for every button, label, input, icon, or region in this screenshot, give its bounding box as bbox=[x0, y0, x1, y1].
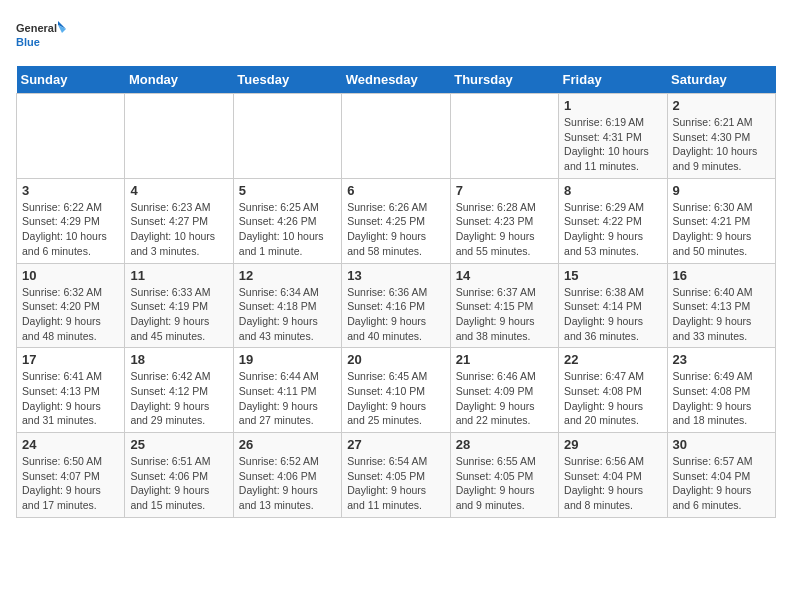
calendar-cell: 5Sunrise: 6:25 AM Sunset: 4:26 PM Daylig… bbox=[233, 178, 341, 263]
calendar-cell: 7Sunrise: 6:28 AM Sunset: 4:23 PM Daylig… bbox=[450, 178, 558, 263]
calendar-week-row: 10Sunrise: 6:32 AM Sunset: 4:20 PM Dayli… bbox=[17, 263, 776, 348]
day-number: 3 bbox=[22, 183, 119, 198]
calendar-cell: 15Sunrise: 6:38 AM Sunset: 4:14 PM Dayli… bbox=[559, 263, 667, 348]
calendar-cell: 25Sunrise: 6:51 AM Sunset: 4:06 PM Dayli… bbox=[125, 433, 233, 518]
day-number: 7 bbox=[456, 183, 553, 198]
calendar-cell: 4Sunrise: 6:23 AM Sunset: 4:27 PM Daylig… bbox=[125, 178, 233, 263]
day-info: Sunrise: 6:51 AM Sunset: 4:06 PM Dayligh… bbox=[130, 454, 227, 513]
calendar-cell: 22Sunrise: 6:47 AM Sunset: 4:08 PM Dayli… bbox=[559, 348, 667, 433]
day-number: 28 bbox=[456, 437, 553, 452]
day-info: Sunrise: 6:40 AM Sunset: 4:13 PM Dayligh… bbox=[673, 285, 770, 344]
calendar-cell: 3Sunrise: 6:22 AM Sunset: 4:29 PM Daylig… bbox=[17, 178, 125, 263]
day-info: Sunrise: 6:25 AM Sunset: 4:26 PM Dayligh… bbox=[239, 200, 336, 259]
calendar-cell: 9Sunrise: 6:30 AM Sunset: 4:21 PM Daylig… bbox=[667, 178, 775, 263]
svg-text:Blue: Blue bbox=[16, 36, 40, 48]
calendar-cell: 21Sunrise: 6:46 AM Sunset: 4:09 PM Dayli… bbox=[450, 348, 558, 433]
day-info: Sunrise: 6:42 AM Sunset: 4:12 PM Dayligh… bbox=[130, 369, 227, 428]
weekday-header: Friday bbox=[559, 66, 667, 94]
day-number: 12 bbox=[239, 268, 336, 283]
day-info: Sunrise: 6:32 AM Sunset: 4:20 PM Dayligh… bbox=[22, 285, 119, 344]
day-info: Sunrise: 6:50 AM Sunset: 4:07 PM Dayligh… bbox=[22, 454, 119, 513]
day-info: Sunrise: 6:34 AM Sunset: 4:18 PM Dayligh… bbox=[239, 285, 336, 344]
day-number: 23 bbox=[673, 352, 770, 367]
day-number: 29 bbox=[564, 437, 661, 452]
day-number: 10 bbox=[22, 268, 119, 283]
calendar-cell: 19Sunrise: 6:44 AM Sunset: 4:11 PM Dayli… bbox=[233, 348, 341, 433]
weekday-header: Saturday bbox=[667, 66, 775, 94]
calendar-cell bbox=[125, 94, 233, 179]
day-number: 16 bbox=[673, 268, 770, 283]
day-number: 21 bbox=[456, 352, 553, 367]
day-info: Sunrise: 6:44 AM Sunset: 4:11 PM Dayligh… bbox=[239, 369, 336, 428]
day-number: 13 bbox=[347, 268, 444, 283]
weekday-header: Tuesday bbox=[233, 66, 341, 94]
day-number: 17 bbox=[22, 352, 119, 367]
calendar-cell: 18Sunrise: 6:42 AM Sunset: 4:12 PM Dayli… bbox=[125, 348, 233, 433]
calendar-cell: 2Sunrise: 6:21 AM Sunset: 4:30 PM Daylig… bbox=[667, 94, 775, 179]
day-info: Sunrise: 6:30 AM Sunset: 4:21 PM Dayligh… bbox=[673, 200, 770, 259]
day-number: 5 bbox=[239, 183, 336, 198]
calendar-cell: 29Sunrise: 6:56 AM Sunset: 4:04 PM Dayli… bbox=[559, 433, 667, 518]
logo: General Blue bbox=[16, 16, 66, 56]
logo-svg: General Blue bbox=[16, 16, 66, 56]
day-number: 27 bbox=[347, 437, 444, 452]
day-number: 2 bbox=[673, 98, 770, 113]
calendar-cell: 1Sunrise: 6:19 AM Sunset: 4:31 PM Daylig… bbox=[559, 94, 667, 179]
day-number: 6 bbox=[347, 183, 444, 198]
weekday-header: Thursday bbox=[450, 66, 558, 94]
weekday-header-row: SundayMondayTuesdayWednesdayThursdayFrid… bbox=[17, 66, 776, 94]
weekday-header: Monday bbox=[125, 66, 233, 94]
calendar-cell: 10Sunrise: 6:32 AM Sunset: 4:20 PM Dayli… bbox=[17, 263, 125, 348]
calendar-cell: 16Sunrise: 6:40 AM Sunset: 4:13 PM Dayli… bbox=[667, 263, 775, 348]
day-info: Sunrise: 6:37 AM Sunset: 4:15 PM Dayligh… bbox=[456, 285, 553, 344]
calendar-week-row: 24Sunrise: 6:50 AM Sunset: 4:07 PM Dayli… bbox=[17, 433, 776, 518]
svg-text:General: General bbox=[16, 22, 57, 34]
day-info: Sunrise: 6:55 AM Sunset: 4:05 PM Dayligh… bbox=[456, 454, 553, 513]
day-number: 8 bbox=[564, 183, 661, 198]
day-info: Sunrise: 6:41 AM Sunset: 4:13 PM Dayligh… bbox=[22, 369, 119, 428]
calendar-cell: 26Sunrise: 6:52 AM Sunset: 4:06 PM Dayli… bbox=[233, 433, 341, 518]
calendar-cell bbox=[450, 94, 558, 179]
calendar-cell bbox=[342, 94, 450, 179]
day-number: 1 bbox=[564, 98, 661, 113]
calendar-cell: 28Sunrise: 6:55 AM Sunset: 4:05 PM Dayli… bbox=[450, 433, 558, 518]
day-info: Sunrise: 6:22 AM Sunset: 4:29 PM Dayligh… bbox=[22, 200, 119, 259]
day-info: Sunrise: 6:47 AM Sunset: 4:08 PM Dayligh… bbox=[564, 369, 661, 428]
calendar-cell: 17Sunrise: 6:41 AM Sunset: 4:13 PM Dayli… bbox=[17, 348, 125, 433]
day-info: Sunrise: 6:57 AM Sunset: 4:04 PM Dayligh… bbox=[673, 454, 770, 513]
calendar-cell: 11Sunrise: 6:33 AM Sunset: 4:19 PM Dayli… bbox=[125, 263, 233, 348]
day-info: Sunrise: 6:36 AM Sunset: 4:16 PM Dayligh… bbox=[347, 285, 444, 344]
day-info: Sunrise: 6:46 AM Sunset: 4:09 PM Dayligh… bbox=[456, 369, 553, 428]
day-info: Sunrise: 6:45 AM Sunset: 4:10 PM Dayligh… bbox=[347, 369, 444, 428]
day-info: Sunrise: 6:23 AM Sunset: 4:27 PM Dayligh… bbox=[130, 200, 227, 259]
day-number: 4 bbox=[130, 183, 227, 198]
day-info: Sunrise: 6:19 AM Sunset: 4:31 PM Dayligh… bbox=[564, 115, 661, 174]
calendar-cell: 20Sunrise: 6:45 AM Sunset: 4:10 PM Dayli… bbox=[342, 348, 450, 433]
calendar-week-row: 3Sunrise: 6:22 AM Sunset: 4:29 PM Daylig… bbox=[17, 178, 776, 263]
calendar-cell: 8Sunrise: 6:29 AM Sunset: 4:22 PM Daylig… bbox=[559, 178, 667, 263]
calendar-cell: 13Sunrise: 6:36 AM Sunset: 4:16 PM Dayli… bbox=[342, 263, 450, 348]
day-info: Sunrise: 6:54 AM Sunset: 4:05 PM Dayligh… bbox=[347, 454, 444, 513]
day-info: Sunrise: 6:52 AM Sunset: 4:06 PM Dayligh… bbox=[239, 454, 336, 513]
calendar-cell: 14Sunrise: 6:37 AM Sunset: 4:15 PM Dayli… bbox=[450, 263, 558, 348]
calendar-cell: 24Sunrise: 6:50 AM Sunset: 4:07 PM Dayli… bbox=[17, 433, 125, 518]
day-number: 15 bbox=[564, 268, 661, 283]
day-number: 19 bbox=[239, 352, 336, 367]
calendar-week-row: 1Sunrise: 6:19 AM Sunset: 4:31 PM Daylig… bbox=[17, 94, 776, 179]
calendar-cell: 27Sunrise: 6:54 AM Sunset: 4:05 PM Dayli… bbox=[342, 433, 450, 518]
calendar-cell: 23Sunrise: 6:49 AM Sunset: 4:08 PM Dayli… bbox=[667, 348, 775, 433]
day-number: 30 bbox=[673, 437, 770, 452]
day-info: Sunrise: 6:29 AM Sunset: 4:22 PM Dayligh… bbox=[564, 200, 661, 259]
day-number: 18 bbox=[130, 352, 227, 367]
day-number: 25 bbox=[130, 437, 227, 452]
calendar-week-row: 17Sunrise: 6:41 AM Sunset: 4:13 PM Dayli… bbox=[17, 348, 776, 433]
page-header: General Blue bbox=[16, 16, 776, 56]
day-info: Sunrise: 6:26 AM Sunset: 4:25 PM Dayligh… bbox=[347, 200, 444, 259]
day-number: 26 bbox=[239, 437, 336, 452]
day-number: 11 bbox=[130, 268, 227, 283]
calendar-table: SundayMondayTuesdayWednesdayThursdayFrid… bbox=[16, 66, 776, 518]
calendar-cell bbox=[233, 94, 341, 179]
day-info: Sunrise: 6:49 AM Sunset: 4:08 PM Dayligh… bbox=[673, 369, 770, 428]
day-number: 20 bbox=[347, 352, 444, 367]
calendar-cell: 12Sunrise: 6:34 AM Sunset: 4:18 PM Dayli… bbox=[233, 263, 341, 348]
